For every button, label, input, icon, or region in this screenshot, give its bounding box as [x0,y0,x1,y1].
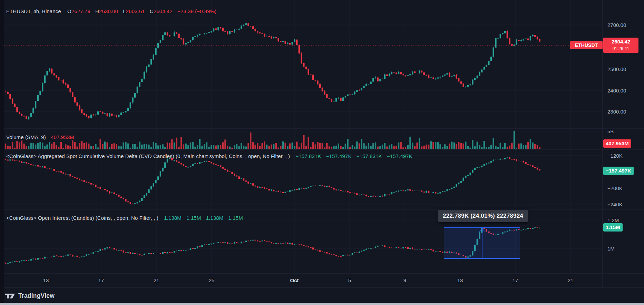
measure-range-drawing[interactable] [444,228,520,258]
price-tick-label: 2500.00 [607,66,626,72]
price-tick-label: −200K [607,185,623,191]
price-tick-label: 2400.00 [607,88,626,94]
time-tick-label: 13 [43,277,49,283]
ohlc-close-label: C [150,8,154,14]
cvd-legend[interactable]: <CoinGlass> Aggregated Spot Cumulative V… [6,153,412,159]
oi-value-low: 1.138M [206,215,224,221]
volume-axis-badge[interactable]: 407.953M [603,139,631,148]
cvd-axis-badge[interactable]: −157.497K [603,167,634,175]
oi-legend[interactable]: <CoinGlass> Open Interest (Candles) (Coi… [6,215,243,221]
measure-tooltip: 222.789K (24.01%) 22278924 [438,210,528,222]
time-tick-label: 25 [209,277,215,283]
ohlc-open-value: 2627.79 [71,8,90,14]
symbol-price-label-badge[interactable]: ETHUSDT [570,41,603,49]
last-price-badge[interactable]: 2604.42 01:26:41 [603,38,638,53]
time-tick-label: Oct [290,277,299,283]
time-tick-label: 13 [457,277,463,283]
window-bottom-edge [0,303,644,305]
price-tick-label: 2300.00 [607,109,626,115]
ohlc-high-value: 2630.00 [99,8,118,14]
symbol-description[interactable]: ETHUSDT, 4h, Binance [6,8,61,14]
tradingview-chart-window: ETHUSDT, 4h, Binance O2627.79 H2630.00 L… [0,0,644,305]
volume-indicator-title[interactable]: Volume (SMA, 9) [6,134,46,140]
price-tick-label: 1.2M [607,217,619,223]
tradingview-logo-icon [5,292,15,300]
tradingview-logo-text: TradingView [18,292,55,299]
cvd-indicator-title[interactable]: <CoinGlass> Aggregated Spot Cumulative V… [6,153,290,159]
left-edge-strip [0,0,4,305]
price-tick-label: −120K [607,153,623,159]
ohlc-close-value: 2604.42 [154,8,173,14]
cvd-value-open: −157.831K [295,153,321,159]
ohlc-low-label: L [123,8,126,14]
oi-value-high: 1.15M [186,215,201,221]
time-tick-label: 21 [568,277,574,283]
oi-value-open: 1.138M [164,215,182,221]
cvd-value-low: −157.831K [357,153,382,159]
oi-axis-badge[interactable]: 1.15M [603,223,623,232]
time-tick-label: 17 [98,277,104,283]
last-price-value: 2604.42 [605,38,636,45]
time-tick-label: 21 [154,277,159,283]
ohlc-high-label: H [95,8,99,14]
bar-countdown: 01:26:41 [605,45,636,52]
ohlc-low-value: 2603.61 [126,8,145,14]
time-tick-label: 9 [403,277,406,283]
oi-value-close: 1.15M [228,215,243,221]
time-tick-label: 17 [513,277,518,283]
cvd-value-close: −157.497K [387,153,412,159]
tradingview-logo[interactable]: TradingView [5,292,55,300]
volume-value: 407.953M [51,134,74,140]
change-value: −23.38 (−0.89%) [177,8,216,14]
time-tick-label: 5 [348,277,351,283]
price-tick-label: −240K [607,201,623,207]
chart-canvas[interactable] [0,0,644,305]
volume-legend[interactable]: Volume (SMA, 9) 407.953M [6,134,74,140]
price-tick-label: 5B [607,128,614,134]
oi-indicator-title[interactable]: <CoinGlass> Open Interest (Candles) (Coi… [6,215,158,221]
cvd-value-high: −157.497K [326,153,352,159]
ohlc-open-label: O [67,8,71,14]
price-tick-label: 1M [607,246,615,252]
main-symbol-legend[interactable]: ETHUSDT, 4h, Binance O2627.79 H2630.00 L… [6,8,216,14]
price-tick-label: 2700.00 [607,22,626,28]
